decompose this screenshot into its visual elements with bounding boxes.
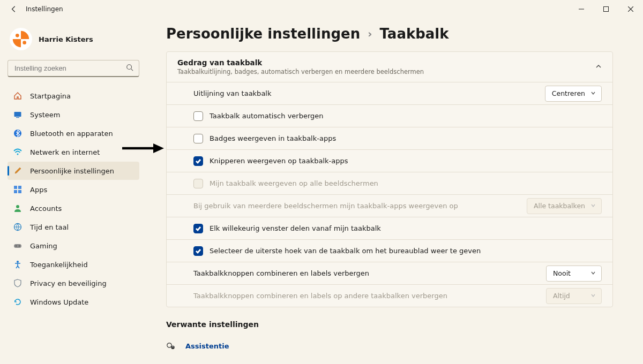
select-value: Centreren [552,89,585,97]
close-button[interactable] [618,0,643,18]
svg-point-21 [167,343,171,347]
breadcrumb-parent[interactable]: Persoonlijke instellingen [166,26,360,42]
update-icon [13,297,23,307]
svg-point-15 [16,205,19,208]
row-label: Bij gebruik van meerdere beeldschermen m… [193,202,458,210]
svg-point-10 [17,154,19,155]
sidebar-item-label: Privacy en beveiliging [30,279,107,287]
alignment-select[interactable]: Centreren [545,86,602,102]
sidebar-item-label: Windows Update [30,298,88,306]
taskbar-behavior-group: Gedrag van taakbalk Taakbalkuitlijning, … [166,51,613,307]
svg-line-6 [131,69,133,71]
maximize-button[interactable] [594,0,618,18]
svg-point-3 [16,34,19,37]
user-name: Harrie Kisters [39,35,93,43]
search-icon [126,64,133,73]
sidebar-item-system[interactable]: Systeem [8,105,139,124]
group-header[interactable]: Gedrag van taakbalk Taakbalkuitlijning, … [167,52,612,82]
svg-point-4 [23,41,26,44]
search-input[interactable] [13,64,126,73]
row-auto-hide[interactable]: Taakbalk automatisch verbergen [167,104,612,127]
chevron-down-icon [590,292,596,300]
chevron-up-icon [595,63,602,71]
sidebar-item-update[interactable]: Windows Update [8,293,139,311]
chevron-down-icon [590,89,596,97]
svg-rect-17 [14,244,21,248]
sidebar-item-label: Systeem [30,111,60,119]
chevron-down-icon [590,269,596,277]
combine-select[interactable]: Nooit [546,266,602,282]
sidebar-item-home[interactable]: Startpagina [8,87,139,105]
row-multi-display-apps: Bij gebruik van meerdere beeldschermen m… [167,194,612,217]
select-value: Nooit [553,269,571,277]
svg-rect-7 [14,112,21,117]
brush-icon [13,166,23,176]
row-label: Taakbalkknoppen combineren en labels ver… [193,269,369,277]
nav: Startpagina Systeem Bluetooth en apparat… [8,87,139,311]
profile[interactable]: Harrie Kisters [8,25,139,60]
row-label: Badges weergeven in taakbalk-apps [210,134,336,142]
sidebar-item-personalization[interactable]: Persoonlijke instellingen [8,162,139,180]
bluetooth-icon [13,128,23,138]
home-icon [13,91,23,101]
breadcrumb: Persoonlijke instellingen › Taakbalk [166,26,613,42]
sidebar-item-accessibility[interactable]: Toegankelijkheid [8,255,139,274]
select-value: Altijd [553,292,570,300]
row-badges[interactable]: Badges weergeven in taakbalk-apps [167,127,612,149]
sidebar-item-network[interactable]: Netwerk en internet [8,143,139,161]
svg-rect-12 [18,186,21,189]
svg-rect-1 [604,7,609,12]
sidebar: Harrie Kisters Startpagina Systeem Bluet… [0,18,145,364]
svg-point-22 [171,346,174,349]
system-icon [13,110,23,119]
back-button[interactable] [6,2,21,17]
row-all-displays: Mijn taakbalk weergeven op alle beeldsch… [167,172,612,194]
sidebar-item-label: Accounts [30,204,62,213]
window-controls [569,0,643,18]
sidebar-item-bluetooth[interactable]: Bluetooth en apparaten [8,124,139,142]
content: Persoonlijke instellingen › Taakbalk Ged… [145,18,643,364]
row-share-window[interactable]: Elk willekeurig venster delen vanaf mijn… [167,217,612,239]
person-icon [13,203,23,213]
checkbox[interactable] [193,224,203,233]
sidebar-item-label: Persoonlijke instellingen [30,167,114,175]
row-desktop-corner[interactable]: Selecteer de uiterste hoek van de taakba… [167,239,612,262]
row-label: Elk willekeurig venster delen vanaf mijn… [210,224,381,232]
checkbox[interactable] [193,246,203,256]
sidebar-item-label: Apps [30,186,47,194]
assist-link[interactable]: Assistentie [166,338,613,354]
checkbox[interactable] [193,156,203,166]
sidebar-item-label: Gaming [30,242,57,250]
sidebar-item-apps[interactable]: Apps [8,180,139,199]
breadcrumb-current: Taakbalk [379,26,448,42]
apps-icon [13,185,23,194]
chevron-down-icon [590,202,596,210]
sidebar-item-label: Netwerk en internet [30,148,100,156]
sidebar-item-time[interactable]: Tijd en taal [8,218,139,236]
search-box[interactable] [8,60,139,77]
checkbox[interactable] [193,134,203,143]
app-title: Instellingen [26,5,63,13]
svg-rect-13 [14,190,17,193]
row-alignment: Uitlijning van taakbalk Centreren [167,82,612,104]
sidebar-item-accounts[interactable]: Accounts [8,199,139,217]
related-settings-title: Verwante instellingen [166,320,613,329]
multi-display-select: Alle taakbalken [527,198,602,214]
titlebar: Instellingen [0,0,643,18]
sidebar-item-label: Toegankelijkheid [30,261,88,269]
svg-point-18 [16,246,17,247]
chevron-right-icon: › [368,27,372,40]
avatar [10,28,32,50]
checkbox[interactable] [193,111,203,121]
group-title: Gedrag van taakbalk [177,58,424,67]
sidebar-item-gaming[interactable]: Gaming [8,237,139,255]
minimize-button[interactable] [569,0,594,18]
combine-other-select: Altijd [546,288,602,304]
row-label: Taakbalkknoppen combineren en labels op … [193,292,447,300]
row-flashing[interactable]: Knipperen weergeven op taakbalk-apps [167,149,612,172]
sidebar-item-label: Tijd en taal [30,223,69,231]
row-label: Taakbalk automatisch verbergen [210,112,324,120]
sidebar-item-label: Startpagina [30,92,71,100]
sidebar-item-privacy[interactable]: Privacy en beveiliging [8,274,139,292]
row-label: Uitlijning van taakbalk [193,89,271,97]
